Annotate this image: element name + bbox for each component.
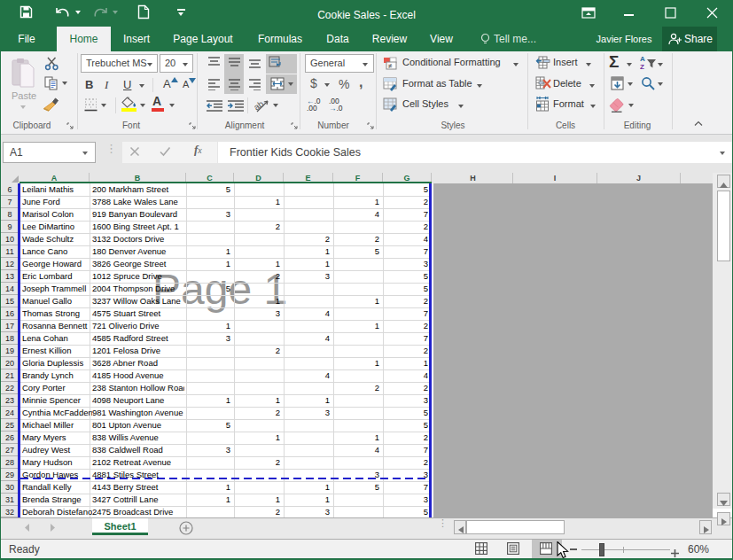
svg-text:Z: Z	[640, 63, 644, 70]
svg-text:≠: ≠	[388, 62, 393, 70]
svg-text:A: A	[640, 55, 645, 63]
